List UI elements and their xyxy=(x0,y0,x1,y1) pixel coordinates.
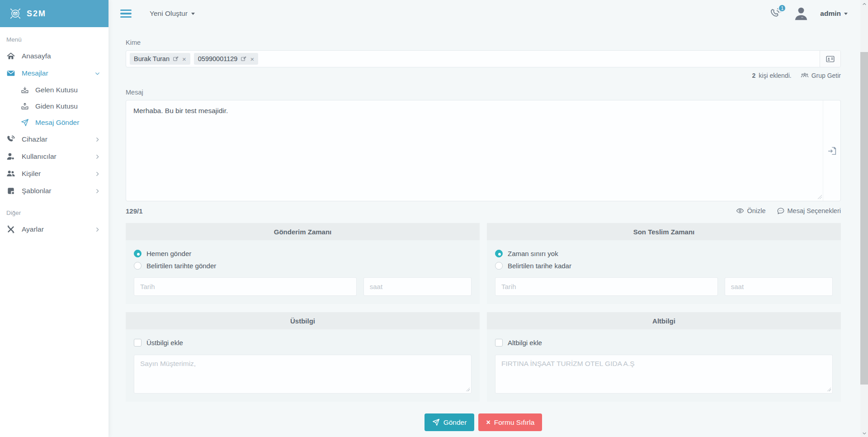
header-panel-body: Üstbilgi ekle xyxy=(126,329,480,402)
sidebar-item-kullanicilar[interactable]: Kullanıcılar xyxy=(0,148,108,165)
sidebar-section-menu: Menü xyxy=(0,29,108,48)
close-icon: × xyxy=(486,418,490,427)
send-time-body: Hemen gönder Belirtilen tarihte gönder xyxy=(126,240,480,304)
message-links: Önizle Mesaj Seçenekleri xyxy=(736,207,841,215)
scroll-down-arrow[interactable] xyxy=(860,429,868,437)
chevron-down-icon xyxy=(862,431,867,436)
caret-down-icon xyxy=(191,13,195,15)
preview-link[interactable]: Önizle xyxy=(736,207,765,215)
header-footer-panels: Üstbilgi Üstbilgi ekle Altbilgi xyxy=(126,312,841,402)
sidebar-item-label: Mesajlar xyxy=(22,69,48,77)
home-icon xyxy=(6,52,15,61)
send-hour-input[interactable] xyxy=(363,277,472,296)
deadline-body: Zaman sınırı yok Belirtilen tarihe kadar xyxy=(487,240,841,304)
send-scheduled-radio[interactable] xyxy=(134,262,142,270)
time-panels: Gönderim Zamanı Hemen gönder Belirtilen … xyxy=(126,223,841,304)
no-limit-label: Zaman sınırı yok xyxy=(508,250,558,257)
message-textarea[interactable]: Merhaba. Bu bir test mesajidir. xyxy=(126,100,823,201)
caret-down-icon xyxy=(844,13,848,15)
footer-panel-body: Altbilgi ekle xyxy=(487,329,841,402)
paper-plane-icon xyxy=(21,119,29,127)
mesaj-label: Mesaj xyxy=(126,89,841,96)
hamburger-menu-icon[interactable] xyxy=(120,10,132,18)
send-button[interactable]: Gönder xyxy=(425,413,475,431)
add-header-checkbox[interactable] xyxy=(134,339,142,347)
edit-icon[interactable] xyxy=(173,56,179,62)
textarea-resize-handle[interactable] xyxy=(817,195,822,199)
sidebar-item-label: Anasayfa xyxy=(22,52,51,60)
fetch-group-label: Grup Getir xyxy=(811,72,841,79)
recipient-count: 2 xyxy=(752,72,756,79)
satellite-dish-icon xyxy=(6,135,15,144)
sidebar-item-mesaj-gonder[interactable]: Mesaj Gönder xyxy=(0,114,108,131)
sidebar-item-label: Şablonlar xyxy=(22,187,52,195)
sidebar-item-ayarlar[interactable]: Ayarlar xyxy=(0,221,108,238)
sidebar-item-mesajlar[interactable]: Mesajlar xyxy=(0,65,108,82)
sidebar-item-label: Cihazlar xyxy=(22,135,47,143)
sidebar-item-kisiler[interactable]: Kişiler xyxy=(0,165,108,182)
textarea-resize-handle[interactable] xyxy=(827,387,831,391)
brand-name: S2M xyxy=(27,9,46,19)
avatar[interactable] xyxy=(793,5,809,22)
sidebar-item-anasayfa[interactable]: Anasayfa xyxy=(0,48,108,65)
form-actions: Gönder × Formu Sıfırla xyxy=(126,413,841,431)
message-options-label: Mesaj Seçenekleri xyxy=(788,207,841,214)
header-text-panel: Üstbilgi Üstbilgi ekle xyxy=(126,312,480,402)
insert-template-button[interactable] xyxy=(823,100,840,201)
remove-tag-icon[interactable]: × xyxy=(250,56,254,62)
tools-icon xyxy=(6,225,15,234)
inbox-in-icon xyxy=(21,86,29,94)
brand-header[interactable]: S2M xyxy=(0,0,108,27)
sidebar-section-other: Diğer xyxy=(0,200,108,221)
scroll-up-arrow[interactable] xyxy=(860,0,868,8)
notifications-button[interactable]: 1 xyxy=(769,7,782,20)
contacts-picker-button[interactable] xyxy=(820,51,840,67)
import-document-icon xyxy=(827,146,837,156)
recipient-tag-text: 05990001129 xyxy=(198,55,238,62)
until-date-radio[interactable] xyxy=(495,262,503,270)
recipient-tag-text: Burak Turan xyxy=(134,55,170,62)
kime-label: Kime xyxy=(126,39,841,46)
deadline-hour-input[interactable] xyxy=(725,277,833,296)
recipients-input-group: Burak Turan × 05990001129 × xyxy=(126,50,841,67)
send-button-label: Gönder xyxy=(443,418,467,427)
sidebar-item-sablonlar[interactable]: Şablonlar xyxy=(0,182,108,200)
chevron-right-icon xyxy=(94,227,100,233)
chevron-right-icon xyxy=(94,171,100,177)
send-message-form: Kime Burak Turan × 05990001129 xyxy=(108,27,860,437)
reset-form-button[interactable]: × Formu Sıfırla xyxy=(478,413,542,431)
user-dropdown[interactable]: admin xyxy=(820,10,848,18)
edit-icon[interactable] xyxy=(241,56,247,62)
send-date-input[interactable] xyxy=(134,277,357,296)
add-footer-checkbox[interactable] xyxy=(495,339,503,347)
no-limit-radio[interactable] xyxy=(495,250,503,257)
remove-tag-icon[interactable]: × xyxy=(182,56,186,62)
new-create-dropdown[interactable]: Yeni Oluştur xyxy=(150,10,195,18)
paper-plane-icon xyxy=(432,418,440,426)
sidebar-item-giden-kutusu[interactable]: Giden Kutusu xyxy=(0,98,108,114)
sidebar-item-gelen-kutusu[interactable]: Gelen Kutusu xyxy=(0,82,108,98)
page-scrollbar[interactable] xyxy=(860,0,868,437)
add-header-label: Üstbilgi ekle xyxy=(146,339,183,347)
chevron-right-icon xyxy=(94,154,100,160)
brand-logo-icon xyxy=(9,7,22,20)
address-card-icon xyxy=(826,54,835,64)
envelope-icon xyxy=(6,69,15,78)
user-badge-icon xyxy=(6,152,15,161)
fetch-group-link[interactable]: Grup Getir xyxy=(801,71,841,80)
deadline-date-input[interactable] xyxy=(495,277,718,296)
header-textarea[interactable] xyxy=(134,355,472,394)
users-icon xyxy=(6,169,15,178)
send-scheduled-label: Belirtilen tarihte gönder xyxy=(146,262,216,270)
footer-textarea[interactable] xyxy=(495,355,833,394)
send-now-radio[interactable] xyxy=(134,250,142,257)
message-options-link[interactable]: Mesaj Seçenekleri xyxy=(777,207,841,215)
sidebar-item-cihazlar[interactable]: Cihazlar xyxy=(0,131,108,148)
comment-dots-icon xyxy=(777,207,785,215)
textarea-resize-handle[interactable] xyxy=(466,387,470,391)
recipients-input[interactable] xyxy=(262,55,816,62)
template-icon xyxy=(6,186,15,195)
sidebar-item-label: Giden Kutusu xyxy=(35,102,78,110)
scrollbar-thumb[interactable] xyxy=(860,52,868,385)
until-date-option: Belirtilen tarihe kadar xyxy=(495,260,833,272)
